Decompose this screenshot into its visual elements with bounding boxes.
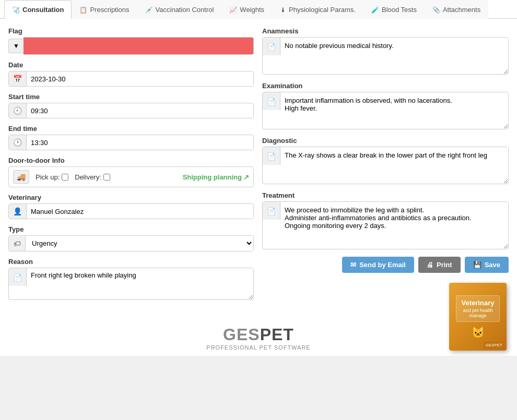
door-label: Door-to-door Info: [8, 157, 254, 164]
action-buttons: ✉ Send by Email 🖨 Print 💾 Save: [262, 257, 509, 273]
flag-group: Flag ▼: [8, 27, 254, 55]
brand-text: GESPET PROFESSIONAL PET SOFTWARE: [206, 325, 310, 351]
tab-bar: 🩺 Consultation 📋 Prescriptions 💉 Vaccina…: [0, 0, 517, 19]
type-group: Type 🏷 Urgency Routine Emergency Follow-…: [8, 225, 254, 251]
type-icon: 🏷: [9, 236, 26, 251]
door-info-row: 🚚 Pick up: Delivery: Shipping planning ↗: [8, 166, 254, 187]
type-input-row: 🏷 Urgency Routine Emergency Follow-up: [8, 235, 254, 251]
left-panel: Flag ▼ Date 📅 Start time 🕘 End time: [8, 27, 254, 306]
save-icon: 💾: [473, 261, 481, 269]
type-select[interactable]: Urgency Routine Emergency Follow-up: [26, 236, 253, 251]
treatment-label: Treatment: [262, 191, 509, 199]
date-group: Date 📅: [8, 61, 254, 87]
examination-section: Examination 📄: [262, 82, 509, 129]
diagnostic-section: Diagnostic 📄: [262, 137, 509, 184]
reason-group: Reason 📄: [8, 258, 254, 300]
end-time-input[interactable]: [27, 136, 253, 150]
reason-icon: 📄: [9, 268, 27, 286]
product-box: Veterinary and pet health manage 🐱 GESPE…: [449, 283, 507, 351]
diagnostic-textarea[interactable]: [280, 147, 508, 184]
type-label: Type: [8, 225, 254, 233]
flag-color-bar[interactable]: [24, 37, 254, 55]
end-time-input-row: 🕐: [8, 135, 254, 150]
treatment-section: Treatment 📄: [262, 191, 509, 249]
veterinary-input[interactable]: [27, 205, 253, 219]
print-button[interactable]: 🖨 Print: [418, 257, 461, 273]
clock-icon: 🕘: [9, 103, 27, 118]
right-panel: Anamnesis 📄 Examination 📄 Diagnostic 📄: [262, 27, 509, 306]
weights-icon: 📈: [229, 6, 237, 14]
blood-icon: 🧪: [371, 6, 379, 14]
start-time-label: Start time: [8, 93, 254, 101]
cat-icon: 🐱: [472, 326, 485, 339]
start-time-input[interactable]: [27, 104, 253, 118]
calendar-icon: 📅: [9, 71, 27, 86]
consultation-icon: 🩺: [12, 6, 20, 14]
examination-icon: 📄: [263, 92, 280, 110]
brand-name: GESPET: [206, 325, 310, 344]
prescriptions-icon: 📋: [79, 6, 87, 14]
treatment-textarea[interactable]: [280, 202, 508, 249]
product-bottom-label: GESPET: [484, 342, 504, 349]
flag-dropdown-button[interactable]: ▼: [8, 39, 24, 53]
brand-ges: GES: [223, 325, 260, 344]
save-button[interactable]: 💾 Save: [465, 257, 509, 273]
tab-consultation[interactable]: 🩺 Consultation: [4, 0, 72, 19]
person-icon: 👤: [9, 204, 27, 219]
diagnostic-label: Diagnostic: [262, 137, 509, 145]
date-label: Date: [8, 61, 254, 69]
date-input[interactable]: [27, 72, 253, 86]
start-time-group: Start time 🕘: [8, 93, 254, 118]
pickup-option[interactable]: Pick up:: [36, 173, 68, 181]
vaccination-icon: 💉: [145, 6, 153, 14]
anamnesis-icon: 📄: [263, 38, 280, 55]
brand-sub: PROFESSIONAL PET SOFTWARE: [206, 344, 310, 351]
external-link-icon: ↗: [243, 173, 249, 181]
anamnesis-label: Anamnesis: [262, 27, 509, 35]
attachments-icon: 📎: [432, 6, 440, 14]
email-icon: ✉: [350, 261, 356, 269]
footer: GESPET PROFESSIONAL PET SOFTWARE Veterin…: [0, 315, 517, 356]
start-time-input-row: 🕘: [8, 103, 254, 118]
treatment-row: 📄: [262, 201, 509, 249]
tab-weights[interactable]: 📈 Weights: [221, 0, 272, 19]
anamnesis-textarea[interactable]: [280, 38, 508, 74]
product-box-image: Veterinary and pet health manage 🐱 GESPE…: [449, 283, 507, 351]
examination-textarea[interactable]: [280, 92, 508, 129]
diagnostic-icon: 📄: [263, 147, 280, 165]
brand-pet: PET: [260, 325, 294, 344]
truck-icon: 🚚: [13, 170, 29, 184]
veterinary-group: Veterinary 👤: [8, 194, 254, 219]
clock2-icon: 🕐: [9, 135, 27, 150]
product-box-sub: and pet health manage: [460, 308, 497, 318]
reason-label: Reason: [8, 258, 254, 266]
delivery-checkbox[interactable]: [103, 174, 110, 181]
main-content: Flag ▼ Date 📅 Start time 🕘 End time: [0, 19, 517, 315]
send-email-button[interactable]: ✉ Send by Email: [342, 257, 414, 273]
veterinary-input-row: 👤: [8, 203, 254, 219]
shipping-planning-link[interactable]: Shipping planning ↗: [183, 173, 249, 181]
treatment-icon: 📄: [263, 202, 280, 220]
tab-vaccination[interactable]: 💉 Vaccination Control: [137, 0, 222, 19]
door-group: Door-to-door Info 🚚 Pick up: Delivery: S…: [8, 157, 254, 187]
anamnesis-row: 📄: [262, 37, 509, 75]
reason-input-row: 📄: [8, 268, 254, 300]
veterinary-label: Veterinary: [8, 194, 254, 201]
pickup-checkbox[interactable]: [62, 174, 68, 181]
door-options: Pick up: Delivery: Shipping planning ↗: [36, 173, 249, 181]
product-box-title: Veterinary: [460, 299, 497, 307]
tab-prescriptions[interactable]: 📋 Prescriptions: [72, 0, 137, 19]
reason-textarea[interactable]: [27, 268, 253, 299]
physiological-icon: 🌡: [280, 6, 286, 14]
diagnostic-row: 📄: [262, 147, 509, 184]
examination-row: 📄: [262, 92, 509, 129]
product-box-inner: Veterinary and pet health manage: [456, 295, 500, 322]
delivery-option[interactable]: Delivery:: [75, 173, 110, 181]
tab-physiological[interactable]: 🌡 Physiological Params.: [272, 0, 363, 19]
tab-blood[interactable]: 🧪 Blood Tests: [363, 0, 425, 19]
examination-label: Examination: [262, 82, 509, 90]
flag-label: Flag: [8, 27, 254, 35]
end-time-group: End time 🕐: [8, 125, 254, 150]
tab-attachments[interactable]: 📎 Attachments: [425, 0, 488, 19]
date-input-row: 📅: [8, 71, 254, 87]
